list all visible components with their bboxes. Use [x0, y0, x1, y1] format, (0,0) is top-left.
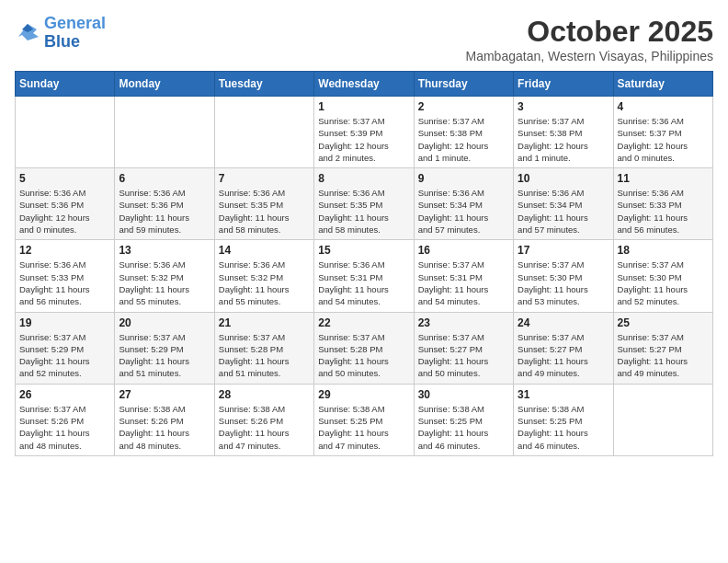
day-number: 4	[618, 100, 709, 113]
calendar-table: SundayMondayTuesdayWednesdayThursdayFrid…	[15, 71, 713, 456]
day-info: Sunrise: 5:36 AMSunset: 5:35 PMDaylight:…	[318, 187, 409, 236]
day-number: 24	[518, 316, 609, 329]
calendar-cell: 10Sunrise: 5:36 AMSunset: 5:34 PMDayligh…	[514, 168, 613, 240]
day-info: Sunrise: 5:37 AMSunset: 5:26 PMDaylight:…	[19, 403, 110, 452]
day-info: Sunrise: 5:37 AMSunset: 5:29 PMDaylight:…	[19, 331, 110, 380]
day-number: 8	[318, 172, 409, 185]
logo: General Blue	[15, 15, 106, 52]
day-info: Sunrise: 5:36 AMSunset: 5:34 PMDaylight:…	[518, 187, 609, 236]
day-info: Sunrise: 5:36 AMSunset: 5:33 PMDaylight:…	[19, 259, 110, 307]
day-info: Sunrise: 5:37 AMSunset: 5:28 PMDaylight:…	[318, 331, 409, 380]
page-header: General Blue October 2025 Mambagatan, We…	[15, 15, 713, 63]
calendar-cell	[214, 97, 313, 168]
day-number: 16	[418, 244, 509, 257]
day-info: Sunrise: 5:37 AMSunset: 5:29 PMDaylight:…	[119, 331, 210, 380]
title-block: October 2025 Mambagatan, Western Visayas…	[465, 15, 713, 63]
day-number: 3	[518, 100, 609, 113]
day-info: Sunrise: 5:37 AMSunset: 5:30 PMDaylight:…	[618, 259, 709, 307]
day-header-monday: Monday	[115, 72, 214, 97]
calendar-cell: 22Sunrise: 5:37 AMSunset: 5:28 PMDayligh…	[314, 312, 414, 384]
day-number: 11	[618, 172, 709, 185]
day-number: 2	[418, 100, 509, 113]
calendar-cell: 27Sunrise: 5:38 AMSunset: 5:26 PMDayligh…	[115, 384, 214, 455]
day-info: Sunrise: 5:37 AMSunset: 5:28 PMDaylight:…	[219, 331, 310, 380]
calendar-cell: 5Sunrise: 5:36 AMSunset: 5:36 PMDaylight…	[16, 168, 115, 240]
calendar-cell	[16, 97, 115, 168]
calendar-week-row: 26Sunrise: 5:37 AMSunset: 5:26 PMDayligh…	[16, 384, 713, 455]
day-header-wednesday: Wednesday	[314, 72, 414, 97]
day-info: Sunrise: 5:38 AMSunset: 5:25 PMDaylight:…	[318, 403, 409, 452]
day-info: Sunrise: 5:36 AMSunset: 5:35 PMDaylight:…	[219, 187, 310, 236]
calendar-cell: 16Sunrise: 5:37 AMSunset: 5:31 PMDayligh…	[414, 240, 513, 312]
day-number: 15	[318, 244, 409, 257]
day-info: Sunrise: 5:37 AMSunset: 5:38 PMDaylight:…	[418, 115, 509, 164]
day-info: Sunrise: 5:36 AMSunset: 5:34 PMDaylight:…	[418, 187, 509, 236]
calendar-cell: 1Sunrise: 5:37 AMSunset: 5:39 PMDaylight…	[314, 97, 414, 168]
calendar-cell: 31Sunrise: 5:38 AMSunset: 5:25 PMDayligh…	[514, 384, 613, 455]
day-number: 18	[618, 244, 709, 257]
calendar-cell: 11Sunrise: 5:36 AMSunset: 5:33 PMDayligh…	[613, 168, 712, 240]
calendar-cell: 3Sunrise: 5:37 AMSunset: 5:38 PMDaylight…	[514, 97, 613, 168]
day-number: 9	[418, 172, 509, 185]
calendar-cell: 21Sunrise: 5:37 AMSunset: 5:28 PMDayligh…	[214, 312, 313, 384]
day-info: Sunrise: 5:38 AMSunset: 5:25 PMDaylight:…	[518, 403, 609, 452]
day-info: Sunrise: 5:37 AMSunset: 5:39 PMDaylight:…	[318, 115, 409, 164]
day-info: Sunrise: 5:37 AMSunset: 5:30 PMDaylight:…	[518, 259, 609, 307]
day-info: Sunrise: 5:37 AMSunset: 5:31 PMDaylight:…	[418, 259, 509, 307]
day-info: Sunrise: 5:37 AMSunset: 5:27 PMDaylight:…	[418, 331, 509, 380]
day-info: Sunrise: 5:37 AMSunset: 5:27 PMDaylight:…	[618, 331, 709, 380]
calendar-cell	[613, 384, 712, 455]
calendar-cell: 12Sunrise: 5:36 AMSunset: 5:33 PMDayligh…	[16, 240, 115, 312]
day-number: 10	[518, 172, 609, 185]
day-info: Sunrise: 5:36 AMSunset: 5:33 PMDaylight:…	[618, 187, 709, 236]
calendar-cell: 18Sunrise: 5:37 AMSunset: 5:30 PMDayligh…	[613, 240, 712, 312]
calendar-cell: 25Sunrise: 5:37 AMSunset: 5:27 PMDayligh…	[613, 312, 712, 384]
day-header-sunday: Sunday	[16, 72, 115, 97]
calendar-cell: 20Sunrise: 5:37 AMSunset: 5:29 PMDayligh…	[115, 312, 214, 384]
day-number: 14	[219, 244, 310, 257]
day-number: 5	[19, 172, 110, 185]
day-number: 28	[219, 388, 310, 401]
day-number: 27	[119, 388, 210, 401]
day-number: 21	[219, 316, 310, 329]
day-number: 7	[219, 172, 310, 185]
location-subtitle: Mambagatan, Western Visayas, Philippines	[465, 49, 713, 63]
day-info: Sunrise: 5:36 AMSunset: 5:31 PMDaylight:…	[318, 259, 409, 307]
logo-icon	[15, 20, 40, 46]
day-number: 19	[19, 316, 110, 329]
day-info: Sunrise: 5:36 AMSunset: 5:36 PMDaylight:…	[19, 187, 110, 236]
day-info: Sunrise: 5:38 AMSunset: 5:25 PMDaylight:…	[418, 403, 509, 452]
calendar-cell: 30Sunrise: 5:38 AMSunset: 5:25 PMDayligh…	[414, 384, 513, 455]
day-info: Sunrise: 5:38 AMSunset: 5:26 PMDaylight:…	[119, 403, 210, 452]
day-header-tuesday: Tuesday	[214, 72, 313, 97]
day-number: 25	[618, 316, 709, 329]
day-header-thursday: Thursday	[414, 72, 513, 97]
calendar-week-row: 1Sunrise: 5:37 AMSunset: 5:39 PMDaylight…	[16, 97, 713, 168]
day-header-saturday: Saturday	[613, 72, 712, 97]
day-number: 1	[318, 100, 409, 113]
calendar-week-row: 5Sunrise: 5:36 AMSunset: 5:36 PMDaylight…	[16, 168, 713, 240]
calendar-cell: 28Sunrise: 5:38 AMSunset: 5:26 PMDayligh…	[214, 384, 313, 455]
day-number: 30	[418, 388, 509, 401]
day-number: 17	[518, 244, 609, 257]
calendar-cell: 13Sunrise: 5:36 AMSunset: 5:32 PMDayligh…	[115, 240, 214, 312]
day-number: 6	[119, 172, 210, 185]
day-info: Sunrise: 5:36 AMSunset: 5:32 PMDaylight:…	[119, 259, 210, 307]
day-number: 12	[19, 244, 110, 257]
calendar-cell: 9Sunrise: 5:36 AMSunset: 5:34 PMDaylight…	[414, 168, 513, 240]
calendar-cell: 29Sunrise: 5:38 AMSunset: 5:25 PMDayligh…	[314, 384, 414, 455]
calendar-week-row: 12Sunrise: 5:36 AMSunset: 5:33 PMDayligh…	[16, 240, 713, 312]
calendar-cell: 26Sunrise: 5:37 AMSunset: 5:26 PMDayligh…	[16, 384, 115, 455]
month-title: October 2025	[465, 15, 713, 49]
calendar-cell: 7Sunrise: 5:36 AMSunset: 5:35 PMDaylight…	[214, 168, 313, 240]
calendar-cell: 17Sunrise: 5:37 AMSunset: 5:30 PMDayligh…	[514, 240, 613, 312]
day-number: 26	[19, 388, 110, 401]
calendar-cell	[115, 97, 214, 168]
calendar-cell: 15Sunrise: 5:36 AMSunset: 5:31 PMDayligh…	[314, 240, 414, 312]
calendar-cell: 19Sunrise: 5:37 AMSunset: 5:29 PMDayligh…	[16, 312, 115, 384]
day-number: 23	[418, 316, 509, 329]
day-info: Sunrise: 5:37 AMSunset: 5:38 PMDaylight:…	[518, 115, 609, 164]
day-number: 22	[318, 316, 409, 329]
day-info: Sunrise: 5:36 AMSunset: 5:32 PMDaylight:…	[219, 259, 310, 307]
calendar-cell: 14Sunrise: 5:36 AMSunset: 5:32 PMDayligh…	[214, 240, 313, 312]
